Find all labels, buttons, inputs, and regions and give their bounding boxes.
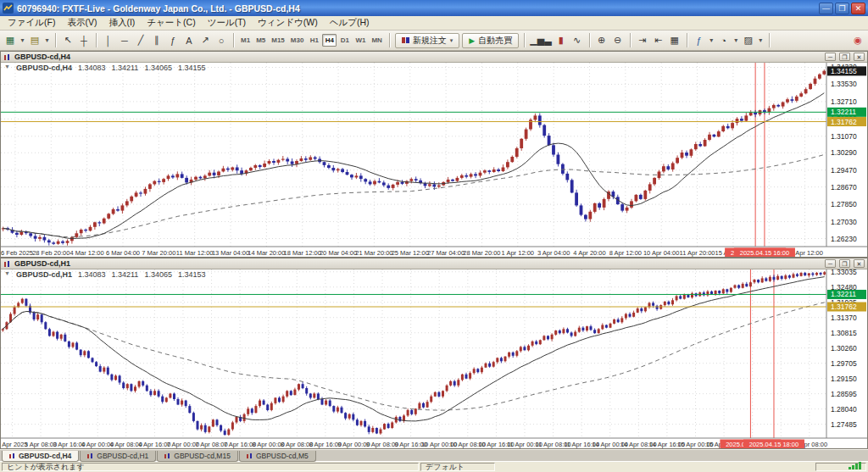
order-icon — [402, 36, 409, 44]
menu-item-2[interactable]: 挿入(I) — [103, 16, 141, 30]
new-chart-icon[interactable]: ▦ — [3, 33, 18, 47]
svg-text:10 Apr 04:00: 10 Apr 04:00 — [643, 249, 680, 257]
vertical-line-icon[interactable]: │ — [101, 33, 116, 47]
svg-text:1.28670: 1.28670 — [831, 183, 857, 192]
period-button-M15[interactable]: M15 — [269, 34, 287, 47]
cursor-icon[interactable]: ↖ — [60, 33, 75, 47]
period-button-M5[interactable]: M5 — [253, 34, 268, 47]
chart-restore-button[interactable]: ❐ — [839, 53, 850, 61]
chart-window-h4-titlebar[interactable]: GBPUSD-cd,H4 ─ ❐ ✕ — [1, 52, 867, 63]
chart-restore-button[interactable]: ❐ — [839, 259, 850, 268]
autotrading-button[interactable]: ▶自動売買 — [462, 33, 519, 48]
svg-text:11 Mar 12:00: 11 Mar 12:00 — [176, 249, 214, 257]
period-list-icon[interactable]: ◔ — [716, 33, 732, 47]
svg-text:11 Apr 20:00: 11 Apr 20:00 — [680, 249, 715, 257]
channel-icon[interactable]: ∥ — [149, 33, 164, 47]
chart-minimize-button[interactable]: ─ — [825, 53, 836, 61]
menu-item-1[interactable]: 表示(V) — [61, 16, 103, 30]
tab-GBPUSD-cd,M5[interactable]: GBPUSD-cd,M5 — [239, 451, 316, 462]
toolbar-separator — [687, 33, 687, 47]
h4-chart-legend: ▼ GBPUSD-cd,H4 1.34083 1.34211 1.34065 1… — [4, 64, 205, 72]
bar-chart-icon[interactable]: ▁▅▃ — [529, 33, 552, 47]
h1-candlestick-chart[interactable]: ▼ GBPUSD-cd,H1 1.34083 1.34211 1.34065 1… — [1, 269, 867, 448]
svg-text:1.28595: 1.28595 — [831, 390, 857, 398]
chart-close-button[interactable]: ✕ — [854, 53, 865, 61]
h1-low-value: 1.34065 — [144, 270, 172, 279]
zoom-out-icon[interactable]: ⊖ — [610, 33, 626, 47]
chart-icon — [87, 453, 94, 459]
svg-text:1.32211: 1.32211 — [831, 108, 856, 116]
svg-text:28 Feb 20:00: 28 Feb 20:00 — [32, 249, 70, 257]
close-button[interactable]: ✕ — [851, 3, 865, 14]
h4-low-value: 1.34065 — [144, 64, 172, 72]
template-icon[interactable]: ▨ — [741, 33, 756, 47]
chart-shift-icon[interactable]: ⇤ — [651, 33, 666, 47]
candlestick-icon[interactable]: ▮ — [554, 33, 569, 47]
trendline-icon[interactable]: ╱ — [133, 33, 148, 47]
chart-close-button[interactable]: ✕ — [854, 259, 865, 268]
menu-item-5[interactable]: ウィンドウ(W) — [252, 16, 324, 30]
zoom-in-icon[interactable]: ⊕ — [594, 33, 609, 47]
text-icon[interactable]: A — [181, 33, 197, 47]
tab-GBPUSD-cd,M15[interactable]: GBPUSD-cd,M15 — [157, 451, 238, 462]
period-button-H1[interactable]: H1 — [307, 34, 321, 47]
svg-text:1 Apr 12:00: 1 Apr 12:00 — [502, 249, 534, 257]
tab-GBPUSD-cd,H1[interactable]: GBPUSD-cd,H1 — [80, 451, 156, 462]
chart-minimize-button[interactable]: ─ — [825, 259, 836, 268]
menu-item-6[interactable]: ヘルプ(H) — [324, 16, 376, 30]
connection-status — [815, 463, 866, 471]
h4-candlestick-chart[interactable]: ▼ GBPUSD-cd,H4 1.34083 1.34211 1.34065 1… — [1, 63, 867, 257]
svg-text:27 Mar 04:00: 27 Mar 04:00 — [427, 249, 465, 257]
svg-text:18 Mar 12:00: 18 Mar 12:00 — [284, 249, 321, 257]
crosshair-icon[interactable]: ┼ — [76, 33, 92, 47]
arrows-icon[interactable]: ↗ — [198, 33, 213, 47]
svg-text:3 Apr 04:00: 3 Apr 04:00 — [537, 249, 570, 257]
toolbar-separator — [630, 33, 631, 47]
menu-item-3[interactable]: チャート(C) — [141, 16, 201, 30]
new-order-button[interactable]: 新規注文▾ — [395, 33, 460, 48]
app-titlebar[interactable]: 60796940: FXTF-Live - Goldenway Japan Co… — [0, 0, 868, 16]
svg-text:4 Apr 20:00: 4 Apr 20:00 — [573, 249, 605, 257]
period-button-W1[interactable]: W1 — [353, 34, 368, 47]
chart-icon — [247, 453, 253, 459]
toolbar-separator — [389, 33, 390, 47]
shapes-icon[interactable]: ○ — [214, 33, 229, 47]
chart-window-h1-title: GBPUSD-cd,H1 — [14, 259, 821, 268]
symbol-marker-icon: ▼ — [4, 270, 10, 279]
period-button-H4[interactable]: H4 — [322, 34, 337, 47]
profiles-icon[interactable]: ▤ — [27, 33, 42, 47]
GBPUSD-cd,H1-chart-canvas[interactable]: 1.330351.324801.319251.313701.308151.302… — [1, 269, 867, 448]
minimize-button[interactable]: — — [819, 3, 833, 14]
period-button-M1[interactable]: M1 — [238, 34, 253, 47]
indicators-dropdown-icon[interactable]: ▾ — [708, 33, 715, 47]
svg-text:8 Apr 12:00: 8 Apr 12:00 — [609, 249, 642, 257]
period-button-MN[interactable]: MN — [369, 34, 384, 47]
tab-GBPUSD-cd,H4[interactable]: GBPUSD-cd,H4 — [2, 451, 79, 462]
horizontal-line-icon[interactable]: ─ — [117, 33, 132, 47]
community-icon[interactable]: ◉ — [850, 33, 865, 47]
chart-window-h1-titlebar[interactable]: GBPUSD-cd,H1 ─ ❐ ✕ — [1, 258, 867, 269]
menu-item-0[interactable]: ファイル(F) — [2, 16, 61, 30]
svg-text:1.28040: 1.28040 — [831, 405, 857, 414]
maximize-button[interactable]: ❐ — [835, 3, 849, 14]
template-dropdown-icon[interactable]: ▾ — [757, 33, 765, 47]
indicators-icon[interactable]: ƒ — [692, 33, 707, 47]
auto-scroll-icon[interactable]: ⇥ — [635, 33, 650, 47]
line-chart-icon[interactable]: ∿ — [570, 33, 585, 47]
profiles-dropdown-icon[interactable]: ▾ — [43, 33, 51, 47]
svg-text:26 Feb 2025: 26 Feb 2025 — [1, 249, 33, 257]
toolbar: ▦▾▤▾↖┼│─╱∥ƒA↗○M1M5M15M30H1H4D1W1MN新規注文▾▶… — [0, 31, 868, 51]
period-list-dropdown-icon[interactable]: ▾ — [732, 33, 740, 47]
GBPUSD-cd,H4-chart-canvas[interactable]: 1.343301.335301.327101.318901.310701.302… — [1, 63, 867, 257]
toolbar-separator — [769, 33, 770, 47]
svg-text:1.32211: 1.32211 — [831, 290, 856, 298]
tile-windows-icon[interactable]: ▦ — [667, 33, 682, 47]
svg-text:1.33035: 1.33035 — [831, 269, 857, 276]
menu-item-4[interactable]: ツール(T) — [202, 16, 252, 30]
fibonacci-icon[interactable]: ƒ — [165, 33, 181, 47]
period-button-M30[interactable]: M30 — [288, 34, 307, 47]
h4-high-value: 1.34211 — [112, 64, 139, 72]
status-profile[interactable]: デフォルト — [420, 463, 495, 471]
period-button-D1[interactable]: D1 — [337, 34, 352, 47]
new-chart-dropdown-icon[interactable]: ▾ — [19, 33, 26, 47]
